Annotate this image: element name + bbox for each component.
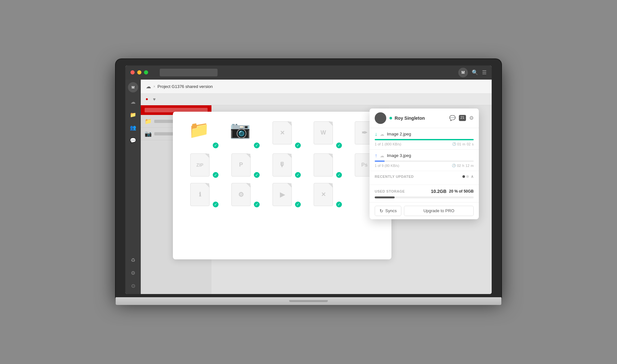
sync-check-badge-14: ✓ bbox=[335, 201, 343, 208]
secondary-nav: ♥ bbox=[141, 94, 492, 105]
menu-icon[interactable]: ☰ bbox=[482, 69, 487, 75]
file-shape-blank bbox=[314, 153, 333, 177]
file-item-gear[interactable]: ⚙ ✓ bbox=[224, 183, 258, 206]
upload-count-speed: 1 of 9 (80 KB/s) bbox=[375, 164, 399, 168]
chat-icon[interactable]: 💬 bbox=[449, 115, 456, 121]
file-item-p[interactable]: P ✓ bbox=[224, 153, 258, 177]
file-grid-container: 📁 📷 bbox=[141, 105, 492, 294]
upload-header: ↑ ☁ Image 3.jpeg bbox=[375, 153, 474, 159]
search-bar[interactable] bbox=[160, 69, 218, 76]
screen: M 🔍 ☰ M ☁ 📁 👥 💬 ♻ bbox=[125, 65, 492, 294]
top-avatar[interactable]: M bbox=[458, 68, 468, 77]
folder-icon-yellow: 📁 bbox=[189, 121, 211, 138]
syncs-label: Syncs bbox=[385, 208, 397, 213]
file-item-x1[interactable]: ✕ ✓ bbox=[265, 121, 300, 147]
sidebar-item-recycle[interactable]: ♻ bbox=[127, 254, 139, 266]
content-panel: ☁ › Project G1376 shared version ♥ bbox=[141, 80, 492, 294]
sync-refresh-icon: ↻ bbox=[380, 208, 383, 213]
download-time: 🕐 01 m 02 s bbox=[452, 142, 474, 146]
file-item-folder2[interactable]: 📷 ✓ bbox=[224, 121, 258, 147]
upload-filename: Image 3.jpeg bbox=[387, 153, 411, 158]
recently-header: RECENTLY UPDATED ∧ bbox=[375, 174, 474, 179]
sync-check-badge-2: ✓ bbox=[253, 142, 260, 149]
search-icon[interactable]: 🔍 bbox=[472, 69, 478, 75]
traffic-lights bbox=[130, 69, 218, 76]
sync-check-badge-9: ✓ bbox=[335, 171, 343, 178]
storage-percentage: 20 % of 50GB bbox=[449, 189, 474, 194]
settings-gear-icon[interactable]: ⚙ bbox=[469, 115, 474, 121]
collapse-icon[interactable]: ∧ bbox=[471, 174, 474, 179]
main-area: M ☁ 📁 👥 💬 ♻ ⚙ ⊙ ☁ › bbox=[125, 80, 492, 294]
sidebar-item-info[interactable]: ⊙ bbox=[127, 280, 139, 291]
folder-cam-icon: 📷 bbox=[230, 121, 252, 138]
file-shape-p: P bbox=[231, 153, 251, 177]
file-item-folder1[interactable]: 📁 ✓ bbox=[183, 121, 217, 147]
maximize-button[interactable] bbox=[144, 70, 148, 74]
laptop-base bbox=[116, 297, 501, 305]
file-grid: 📁 ✓ 📷 ✓ bbox=[173, 112, 391, 259]
download-arrow-icon: ↓ bbox=[375, 131, 377, 137]
popup-panel: Roy Singleton 💬 21 ⚙ bbox=[370, 108, 479, 219]
download-meta: 1 of 1 (800 KB/s) 🕐 01 m 02 s bbox=[375, 142, 474, 146]
popup-username: Roy Singleton bbox=[395, 116, 446, 121]
sync-check-badge: ✓ bbox=[212, 142, 219, 149]
download-header: ↓ ☁ Image 2.jpeg bbox=[375, 131, 474, 137]
top-bar: M 🔍 ☰ bbox=[125, 65, 492, 80]
sync-check-badge-6: ✓ bbox=[212, 171, 219, 178]
download-count-speed: 1 of 1 (800 KB/s) bbox=[375, 142, 401, 146]
top-bar-right: M 🔍 ☰ bbox=[458, 68, 487, 77]
popup-footer: ↻ Syncs Upgrade to PRO bbox=[370, 203, 479, 219]
clock-icon: 🕐 bbox=[452, 142, 456, 146]
file-item-info[interactable]: ℹ ✓ bbox=[183, 183, 217, 206]
storage-row: USED STORAGE 10.2GB 20 % of 50GB bbox=[375, 189, 474, 194]
rdot-1[interactable] bbox=[462, 175, 465, 178]
file-shape-gear: ⚙ bbox=[231, 183, 251, 206]
popup-avatar bbox=[375, 112, 386, 124]
file-item-x2[interactable]: ✕ ✓ bbox=[306, 183, 341, 206]
sidebar-item-folder[interactable]: 📁 bbox=[127, 109, 139, 121]
sidebar-item-users[interactable]: 👥 bbox=[127, 122, 139, 134]
sync-check-badge-3: ✓ bbox=[294, 142, 301, 149]
upload-transfer: ↑ ☁ Image 3.jpeg 1 of 9 bbox=[370, 150, 479, 171]
download-cloud-icon: ☁ bbox=[380, 132, 384, 137]
syncs-button[interactable]: ↻ Syncs bbox=[375, 206, 401, 216]
storage-used-value: 10.2GB bbox=[431, 189, 446, 194]
clock-icon-2: 🕐 bbox=[452, 164, 456, 167]
breadcrumb-title: Project G1376 shared version bbox=[157, 84, 213, 89]
download-filename: Image 2.jpeg bbox=[387, 132, 411, 136]
file-item-podcast[interactable]: 🎙 ✓ bbox=[265, 153, 300, 177]
upgrade-button[interactable]: Upgrade to PRO bbox=[404, 206, 474, 216]
file-item-w[interactable]: W ✓ bbox=[306, 121, 341, 147]
storage-section: USED STORAGE 10.2GB 20 % of 50GB bbox=[370, 185, 479, 203]
minimize-button[interactable] bbox=[137, 70, 141, 74]
file-shape-w: W bbox=[314, 121, 333, 144]
sync-check-badge-13: ✓ bbox=[294, 201, 301, 208]
nav-dot-active[interactable] bbox=[146, 98, 148, 100]
close-button[interactable] bbox=[130, 70, 135, 74]
rdot-2[interactable] bbox=[466, 175, 469, 178]
file-shape-zip: ZIP bbox=[190, 153, 210, 177]
favorites-icon[interactable]: ♥ bbox=[153, 97, 156, 102]
upload-time: 🕐 02 h 12 m bbox=[452, 164, 474, 168]
sync-check-badge-7: ✓ bbox=[253, 171, 260, 178]
sidebar-item-settings[interactable]: ⚙ bbox=[127, 267, 139, 279]
popup-header: Roy Singleton 💬 21 ⚙ bbox=[370, 108, 479, 128]
upload-progress-bar bbox=[375, 160, 474, 162]
breadcrumb-chevron: › bbox=[154, 84, 155, 89]
sidebar: M ☁ 📁 👥 💬 ♻ ⚙ ⊙ bbox=[125, 80, 141, 294]
nav-bar: ☁ › Project G1376 shared version bbox=[141, 80, 492, 94]
download-progress-bar bbox=[375, 139, 474, 140]
upgrade-label: Upgrade to PRO bbox=[424, 208, 454, 213]
notification-badge[interactable]: 21 bbox=[459, 115, 466, 121]
file-item-blank[interactable]: ✓ bbox=[306, 153, 341, 177]
sidebar-item-chat[interactable]: 💬 bbox=[127, 135, 139, 146]
popup-header-actions: 💬 21 ⚙ bbox=[449, 115, 474, 121]
download-transfer: ↓ ☁ Image 2.jpeg 1 of 1 bbox=[370, 128, 479, 150]
sidebar-avatar[interactable]: M bbox=[128, 82, 138, 92]
storage-label: USED STORAGE bbox=[375, 189, 405, 193]
upload-meta: 1 of 9 (80 KB/s) 🕐 02 h 12 m bbox=[375, 164, 474, 168]
recently-label: RECENTLY UPDATED bbox=[375, 175, 414, 178]
sidebar-item-cloud[interactable]: ☁ bbox=[127, 96, 139, 108]
file-item-zip[interactable]: ZIP ✓ bbox=[183, 153, 217, 177]
file-item-play[interactable]: ▶ ✓ bbox=[265, 183, 300, 206]
